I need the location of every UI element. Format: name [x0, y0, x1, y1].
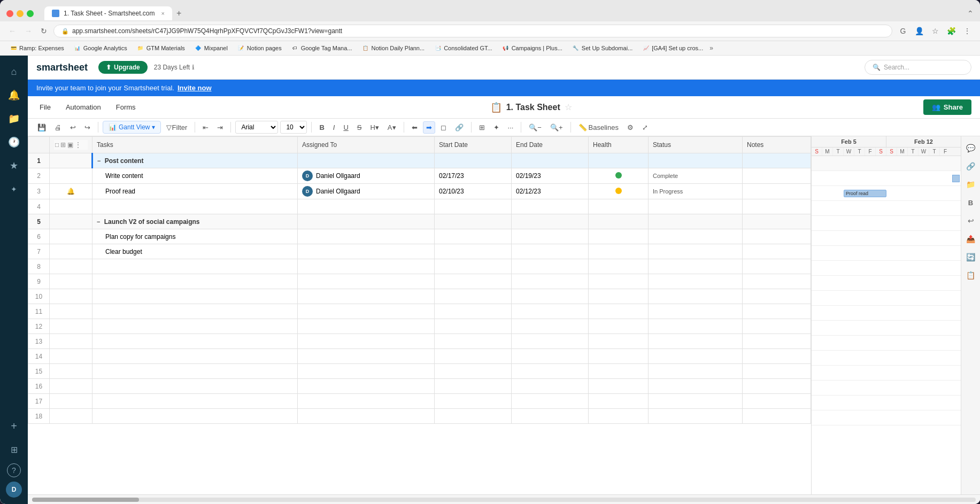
assigned-cell-6[interactable] [298, 229, 435, 244]
undo-right-icon[interactable]: ↩ [963, 213, 978, 228]
sidebar-item-help[interactable]: ? [7, 463, 21, 477]
attachments-icon[interactable]: 🔗 [963, 159, 978, 174]
end-cell-7[interactable] [512, 244, 589, 259]
assigned-cell-4[interactable] [298, 199, 435, 214]
notes-cell-5[interactable] [743, 214, 811, 229]
expand-btn[interactable]: ⤢ [639, 121, 651, 134]
start-cell-7[interactable] [435, 244, 512, 259]
status-cell-3[interactable]: In Progress [649, 184, 743, 199]
sidebar-item-recent[interactable]: 🕐 [4, 133, 24, 152]
row-checkbox-5[interactable] [50, 214, 92, 229]
table-btn[interactable]: ⊞ [476, 121, 488, 134]
notes-cell-2[interactable] [743, 168, 811, 184]
minimize-button[interactable] [17, 10, 24, 17]
sidebar-item-user-avatar[interactable]: D [6, 482, 22, 498]
status-cell-4[interactable] [649, 199, 743, 214]
extensions-icon[interactable]: 🧩 [945, 25, 958, 37]
collapse-toggle[interactable]: − [97, 219, 100, 225]
add-icon[interactable]: □ [55, 141, 59, 149]
bold-btn[interactable]: B [316, 121, 327, 134]
invite-link[interactable]: Invite now [178, 84, 212, 92]
indent-increase-btn[interactable]: ➡ [423, 121, 435, 134]
notes-cell-4[interactable] [743, 199, 811, 214]
bookmark-analytics[interactable]: 📊 Google Analytics [71, 43, 130, 53]
status-cell-6[interactable] [649, 229, 743, 244]
print-btn[interactable]: 🖨 [51, 121, 65, 134]
task-cell-3[interactable]: Proof read [92, 184, 298, 199]
end-cell-3[interactable]: 02/12/23 [512, 184, 589, 199]
notes-cell-7[interactable] [743, 244, 811, 259]
profile-icon[interactable]: 👤 [913, 25, 925, 37]
bookmark-notiondaily[interactable]: 📋 Notion Daily Plann... [359, 43, 428, 53]
row-checkbox[interactable] [50, 153, 92, 168]
start-cell-1[interactable] [435, 153, 512, 168]
health-cell-7[interactable] [589, 244, 649, 259]
sheet-favorite-star[interactable]: ☆ [565, 102, 572, 112]
bookmark-mixpanel[interactable]: 🔷 Mixpanel [191, 43, 231, 53]
assigned-cell-3[interactable]: D Daniel Ollgaard [298, 184, 435, 199]
url-bar[interactable]: 🔒 app.smartsheet.com/sheets/rC47jJG9PhW7… [53, 25, 892, 37]
start-cell-3[interactable]: 02/10/23 [435, 184, 512, 199]
gantt-view-btn[interactable]: 📊 Gantt View ▾ [103, 121, 161, 134]
bookmark-icon[interactable]: ☆ [929, 25, 942, 37]
align-right-btn[interactable]: ⇥ [214, 121, 226, 134]
start-cell-6[interactable] [435, 229, 512, 244]
row-checkbox-4[interactable] [50, 199, 92, 214]
italic-btn[interactable]: I [330, 121, 338, 134]
browser-menu[interactable]: ⋮ [961, 25, 974, 37]
sidebar-item-add[interactable]: + [4, 416, 24, 436]
row-checkbox-7[interactable] [50, 244, 92, 259]
active-tab[interactable]: 1. Task Sheet - Smartsheet.com × [44, 6, 172, 20]
tab-close-button[interactable]: × [161, 10, 165, 17]
menu-file[interactable]: File [36, 101, 54, 113]
link-btn[interactable]: 🔗 [452, 121, 467, 134]
dots-icon[interactable]: ⋮ [75, 141, 81, 149]
zoom-in-btn[interactable]: 🔍+ [547, 121, 566, 134]
sidebar-item-browse[interactable]: 📁 [4, 109, 24, 128]
health-cell-2[interactable] [589, 168, 649, 184]
save-btn[interactable]: 💾 [34, 121, 49, 134]
health-cell-1[interactable] [589, 153, 649, 168]
undo-btn[interactable]: ↩ [67, 121, 79, 134]
font-select[interactable]: Arial [235, 121, 278, 134]
share-button[interactable]: 👥 Share [923, 99, 971, 115]
end-cell-4[interactable] [512, 199, 589, 214]
window-icon[interactable]: ▣ [67, 141, 73, 149]
more-btn[interactable]: ··· [505, 121, 517, 134]
sidebar-item-home[interactable]: ⌂ [4, 62, 24, 81]
close-button[interactable] [6, 10, 13, 17]
end-cell-1[interactable] [512, 153, 589, 168]
status-cell-1[interactable] [649, 153, 743, 168]
clear-format-btn[interactable]: ◻ [437, 121, 450, 134]
bookmark-setupsub[interactable]: 🔧 Set Up Subdomai... [569, 43, 636, 53]
sidebar-item-apps[interactable]: ⊞ [4, 440, 24, 459]
end-cell-6[interactable] [512, 229, 589, 244]
assigned-cell-1[interactable] [298, 153, 435, 168]
settings-btn[interactable]: ⚙ [624, 121, 637, 134]
assigned-cell-7[interactable] [298, 244, 435, 259]
start-cell-2[interactable]: 02/17/23 [435, 168, 512, 184]
font-size-select[interactable]: 10 [280, 121, 307, 134]
strikethrough-btn[interactable]: S [354, 121, 365, 134]
redo-btn[interactable]: ↪ [81, 121, 94, 134]
bookmark-ga4[interactable]: 📈 [GA4] Set up cros... [639, 43, 706, 53]
new-tab-button[interactable]: + [172, 6, 186, 20]
export-icon[interactable]: 📤 [963, 231, 978, 246]
comments-icon[interactable]: 💬 [963, 141, 978, 156]
window-control-btn[interactable]: ⌃ [967, 9, 974, 18]
back-button[interactable]: ← [6, 26, 18, 36]
notes-cell-3[interactable] [743, 184, 811, 199]
menu-automation[interactable]: Automation [63, 101, 104, 113]
menu-forms[interactable]: Forms [113, 101, 139, 113]
task-cell-5[interactable]: − Launch V2 of social campaigns [92, 214, 298, 229]
upgrade-button[interactable]: ⬆ Upgrade [98, 61, 148, 74]
bookmark-googletag[interactable]: 🏷 Google Tag Mana... [288, 43, 356, 53]
filter-btn[interactable]: ▽ Filter [163, 121, 190, 134]
highlight-btn[interactable]: H▾ [367, 121, 382, 134]
bookmark-ramp[interactable]: 💳 Ramp: Expenses [6, 43, 67, 53]
spreadsheet-grid[interactable]: □ ⊞ ▣ ⋮ Tasks Assigned To Start Date End [28, 136, 811, 494]
baselines-btn[interactable]: 📏 Baselines [575, 121, 622, 134]
collapse-toggle[interactable]: − [97, 158, 101, 164]
bookmark-notion[interactable]: 📝 Notion pages [234, 43, 285, 53]
refresh-button[interactable]: ↻ [38, 26, 49, 36]
